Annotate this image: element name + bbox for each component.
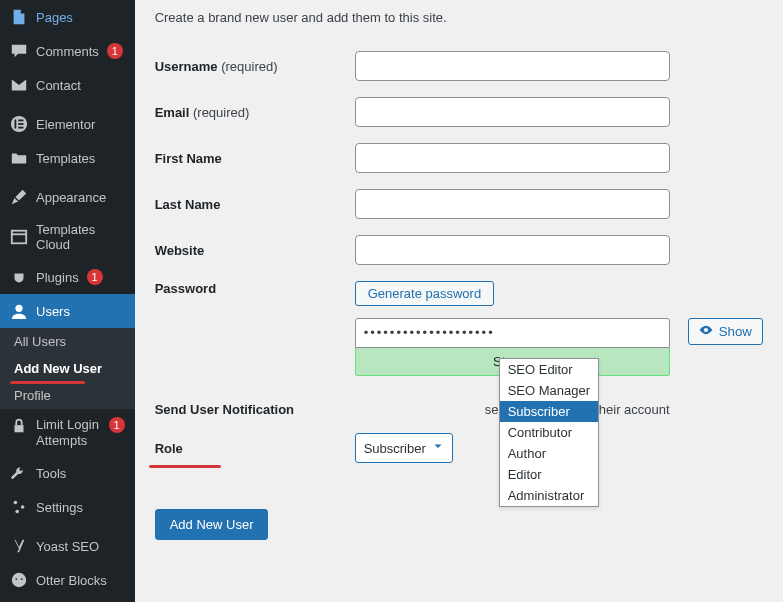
lock-icon xyxy=(10,417,28,435)
yoast-icon xyxy=(10,537,28,555)
sidebar-label: Plugins xyxy=(36,270,79,285)
svg-point-11 xyxy=(15,510,19,514)
sidebar-item-limit-login[interactable]: Limit Login Attempts 1 xyxy=(0,409,135,456)
svg-rect-4 xyxy=(18,127,23,129)
lastname-input[interactable] xyxy=(355,189,670,219)
role-dropdown: SEO Editor SEO Manager Subscriber Contri… xyxy=(499,358,599,507)
sidebar-label: Templates Cloud xyxy=(36,222,125,252)
pages-icon xyxy=(10,8,28,26)
svg-point-12 xyxy=(12,573,26,587)
password-input[interactable]: •••••••••••••••••••• xyxy=(355,318,670,348)
sidebar-item-otter[interactable]: Otter Blocks xyxy=(0,563,135,597)
sidebar-item-yoast[interactable]: Yoast SEO xyxy=(0,529,135,563)
sidebar-item-users[interactable]: Users xyxy=(0,294,135,328)
sidebar-label: Appearance xyxy=(36,190,106,205)
sidebar-label: Contact xyxy=(36,78,81,93)
brush-icon xyxy=(10,188,28,206)
sidebar-item-elementor[interactable]: Elementor xyxy=(0,107,135,141)
svg-rect-3 xyxy=(18,123,23,125)
sidebar-item-templates-cloud[interactable]: Templates Cloud xyxy=(0,214,135,260)
role-option-subscriber[interactable]: Subscriber xyxy=(500,401,598,422)
sidebar-label: Settings xyxy=(36,500,83,515)
svg-rect-1 xyxy=(15,120,17,129)
role-select[interactable]: Subscriber xyxy=(355,433,453,463)
sidebar-item-templates[interactable]: Templates xyxy=(0,141,135,175)
role-option-seo-editor[interactable]: SEO Editor xyxy=(500,359,598,380)
sidebar-label: Comments xyxy=(36,44,99,59)
layout-icon xyxy=(10,228,28,246)
email-input[interactable] xyxy=(355,97,670,127)
role-option-seo-manager[interactable]: SEO Manager xyxy=(500,380,598,401)
page-intro: Create a brand new user and add them to … xyxy=(155,10,763,25)
sidebar-item-settings[interactable]: Settings xyxy=(0,490,135,524)
elementor-icon xyxy=(10,115,28,133)
role-option-author[interactable]: Author xyxy=(500,443,598,464)
svg-point-14 xyxy=(21,578,23,580)
sidebar-label: Pages xyxy=(36,10,73,25)
sidebar-item-appearance[interactable]: Appearance xyxy=(0,180,135,214)
badge: 1 xyxy=(109,417,125,433)
collapse-menu[interactable]: Collapse menu xyxy=(0,597,135,602)
sidebar-item-contact[interactable]: Contact xyxy=(0,68,135,102)
firstname-input[interactable] xyxy=(355,143,670,173)
sidebar-item-pages[interactable]: Pages xyxy=(0,0,135,34)
role-option-contributor[interactable]: Contributor xyxy=(500,422,598,443)
role-option-editor[interactable]: Editor xyxy=(500,464,598,485)
sidebar-sub-add-new-user[interactable]: Add New User xyxy=(0,355,135,382)
comments-icon xyxy=(10,42,28,60)
highlight-underline xyxy=(10,381,85,384)
notification-label: Send User Notification xyxy=(155,402,355,417)
envelope-icon xyxy=(10,76,28,94)
role-label: Role xyxy=(155,441,355,456)
email-label: Email (required) xyxy=(155,105,355,120)
main-content: Create a brand new user and add them to … xyxy=(135,0,783,602)
website-label: Website xyxy=(155,243,355,258)
sidebar-item-tools[interactable]: Tools xyxy=(0,456,135,490)
folder-icon xyxy=(10,149,28,167)
sliders-icon xyxy=(10,498,28,516)
username-input[interactable] xyxy=(355,51,670,81)
sidebar-label: Users xyxy=(36,304,70,319)
svg-point-10 xyxy=(21,505,25,509)
website-input[interactable] xyxy=(355,235,670,265)
sidebar-item-plugins[interactable]: Plugins 1 xyxy=(0,260,135,294)
sidebar-item-comments[interactable]: Comments 1 xyxy=(0,34,135,68)
svg-rect-5 xyxy=(12,231,26,244)
svg-rect-8 xyxy=(15,425,24,432)
wrench-icon xyxy=(10,464,28,482)
role-option-administrator[interactable]: Administrator xyxy=(500,485,598,506)
svg-point-13 xyxy=(15,578,17,580)
user-icon xyxy=(10,302,28,320)
eye-icon xyxy=(699,323,713,340)
sidebar-label: Yoast SEO xyxy=(36,539,99,554)
sidebar-label: Otter Blocks xyxy=(36,573,107,588)
add-new-user-button[interactable]: Add New User xyxy=(155,509,269,540)
lastname-label: Last Name xyxy=(155,197,355,212)
password-label: Password xyxy=(155,281,355,296)
badge: 1 xyxy=(107,43,123,59)
sidebar-label: Templates xyxy=(36,151,95,166)
sidebar-sub-profile[interactable]: Profile xyxy=(0,382,135,409)
plug-icon xyxy=(10,268,28,286)
sidebar-submenu: All Users Add New User Profile xyxy=(0,328,135,409)
admin-sidebar: Pages Comments 1 Contact Elementor Templ… xyxy=(0,0,135,602)
show-password-button[interactable]: Show xyxy=(688,318,763,345)
svg-point-9 xyxy=(14,501,18,505)
firstname-label: First Name xyxy=(155,151,355,166)
badge: 1 xyxy=(87,269,103,285)
sidebar-label: Elementor xyxy=(36,117,95,132)
sidebar-label: Tools xyxy=(36,466,66,481)
svg-rect-2 xyxy=(18,120,23,122)
highlight-underline xyxy=(149,465,221,468)
svg-point-7 xyxy=(15,305,22,312)
otter-icon xyxy=(10,571,28,589)
username-label: Username (required) xyxy=(155,59,355,74)
sidebar-sub-all-users[interactable]: All Users xyxy=(0,328,135,355)
generate-password-button[interactable]: Generate password xyxy=(355,281,494,306)
sidebar-label: Limit Login Attempts xyxy=(36,417,101,448)
